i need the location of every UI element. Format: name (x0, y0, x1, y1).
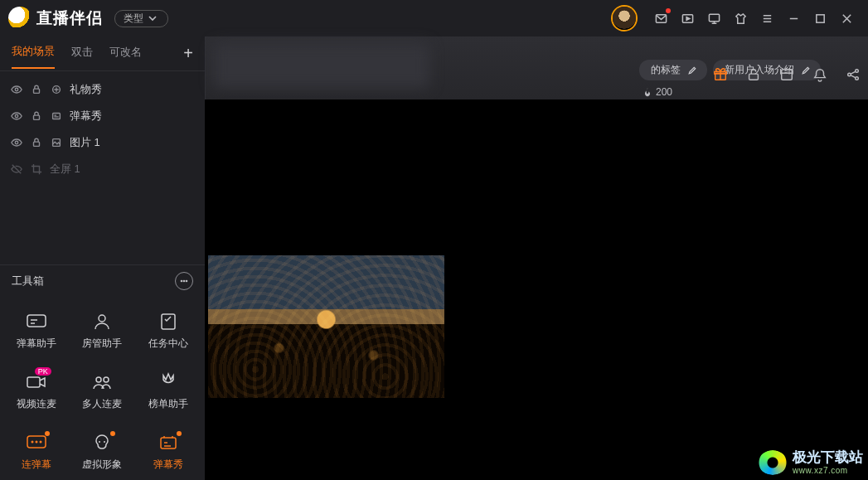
svg-point-32 (848, 73, 851, 76)
svg-rect-3 (816, 14, 823, 22)
app-logo: 直播伴侣 (8, 7, 103, 30)
svg-point-14 (183, 280, 185, 282)
svg-point-20 (96, 377, 101, 382)
toolbox-more-button[interactable] (175, 272, 193, 290)
main-area: 的标签 新用户入场介绍 200 (205, 36, 868, 480)
orange-dot (110, 431, 115, 436)
edit-icon (687, 65, 697, 75)
svg-point-25 (39, 441, 41, 444)
tag-pill-1[interactable]: 的标签 (639, 60, 707, 80)
pk-badge: PK (35, 367, 51, 376)
monitor-icon[interactable] (706, 10, 722, 27)
tool-rank-assistant[interactable]: 榜单助手 (135, 364, 201, 419)
eye-icon[interactable] (10, 136, 23, 149)
eye-off-icon[interactable] (10, 162, 23, 176)
svg-point-23 (31, 441, 33, 444)
tag-label: 的标签 (651, 63, 681, 77)
type-label: 类型 (124, 12, 143, 26)
tool-label: 视频连麦 (17, 397, 56, 411)
tool-label: 虚拟形象 (82, 458, 122, 472)
image-type-icon (50, 136, 63, 149)
layer-label: 图片 1 (70, 135, 100, 150)
add-scene-button[interactable]: + (183, 44, 193, 68)
gift-type-icon (50, 83, 63, 96)
tool-task-center[interactable]: 任务中心 (135, 303, 201, 359)
layer-gift-show[interactable]: 礼物秀 (2, 76, 203, 103)
svg-point-34 (856, 77, 859, 80)
lock-icon[interactable] (30, 83, 43, 96)
layer-danmu-show[interactable]: 弹幕秀 (2, 103, 203, 129)
lock-icon[interactable] (30, 109, 43, 123)
shirt-icon[interactable] (732, 10, 749, 27)
tool-lian-danmu[interactable]: 连弹幕 (3, 424, 70, 480)
svg-point-13 (181, 280, 182, 282)
tool-room-admin[interactable]: 房管助手 (70, 303, 136, 359)
type-dropdown[interactable]: 类型 (114, 10, 168, 27)
main-top-bar: 的标签 新用户入场介绍 200 (205, 36, 868, 99)
tool-label: 房管助手 (82, 337, 122, 351)
svg-point-7 (15, 114, 18, 118)
svg-rect-18 (162, 314, 175, 329)
svg-point-26 (99, 441, 100, 443)
tool-video-link[interactable]: PK 视频连麦 (3, 364, 70, 419)
minimize-button[interactable] (785, 10, 802, 27)
tab-renameable[interactable]: 可改名 (109, 45, 142, 68)
svg-point-21 (104, 377, 109, 382)
svg-point-24 (35, 441, 37, 444)
crop-icon[interactable] (30, 162, 43, 176)
chevron-down-icon (146, 12, 159, 25)
lock-icon[interactable] (30, 136, 43, 149)
svg-rect-5 (34, 89, 40, 93)
mail-icon[interactable] (652, 10, 669, 27)
svg-rect-19 (27, 377, 40, 387)
svg-rect-16 (27, 315, 46, 327)
toolbox-grid: 弹幕助手 房管助手 任务中心 PK 视频连麦 多人连麦 榜单助手 (0, 297, 205, 480)
svg-point-27 (104, 441, 105, 443)
tool-label: 弹幕秀 (153, 458, 183, 472)
tool-label: 多人连麦 (82, 397, 122, 411)
svg-rect-30 (749, 74, 759, 80)
danmu-type-icon (50, 109, 63, 123)
tab-my-scene[interactable]: 我的场景 (12, 44, 55, 69)
tab-double-click[interactable]: 双击 (71, 45, 93, 68)
gift-icon[interactable] (712, 66, 729, 83)
eye-icon[interactable] (10, 83, 23, 96)
menu-icon[interactable] (759, 10, 775, 27)
tool-label: 连弹幕 (22, 458, 51, 472)
notification-dot (666, 8, 671, 13)
layer-fullscreen-1[interactable]: 全屏 1 (2, 156, 203, 182)
blurred-region (214, 43, 429, 88)
layer-label: 礼物秀 (70, 82, 102, 97)
share-icon[interactable] (845, 66, 861, 83)
box-icon[interactable] (778, 66, 795, 83)
svg-rect-28 (161, 438, 176, 448)
layer-image-1[interactable]: 图片 1 (2, 129, 203, 156)
unlock-icon[interactable] (745, 66, 762, 83)
svg-point-33 (856, 70, 859, 73)
preview-canvas[interactable] (205, 99, 868, 480)
maximize-button[interactable] (812, 10, 828, 27)
tool-danmu-show[interactable]: 弹幕秀 (135, 424, 201, 480)
tool-label: 弹幕助手 (17, 337, 56, 351)
tool-virtual-avatar[interactable]: 虚拟形象 (70, 424, 136, 480)
flame-icon (643, 87, 652, 97)
svg-point-10 (15, 141, 18, 144)
svg-point-17 (99, 315, 105, 322)
video-play-icon[interactable] (679, 10, 696, 27)
svg-rect-2 (709, 14, 719, 21)
tool-danmu-assistant[interactable]: 弹幕助手 (3, 303, 70, 359)
eye-icon[interactable] (10, 109, 23, 123)
svg-rect-9 (53, 114, 61, 119)
layer-list: 礼物秀 弹幕秀 图片 1 全屏 1 (0, 71, 205, 187)
svg-rect-11 (34, 142, 40, 146)
count-value: 200 (643, 86, 672, 98)
image-thumbnail[interactable] (208, 255, 444, 398)
bell-icon[interactable] (812, 66, 828, 83)
close-button[interactable] (838, 10, 855, 27)
layer-label: 弹幕秀 (70, 109, 102, 124)
tool-multi-link[interactable]: 多人连麦 (70, 364, 136, 419)
avatar[interactable] (613, 7, 636, 30)
svg-rect-31 (782, 70, 793, 80)
toolbox-title: 工具箱 (12, 274, 44, 288)
penguin-icon (8, 7, 32, 30)
